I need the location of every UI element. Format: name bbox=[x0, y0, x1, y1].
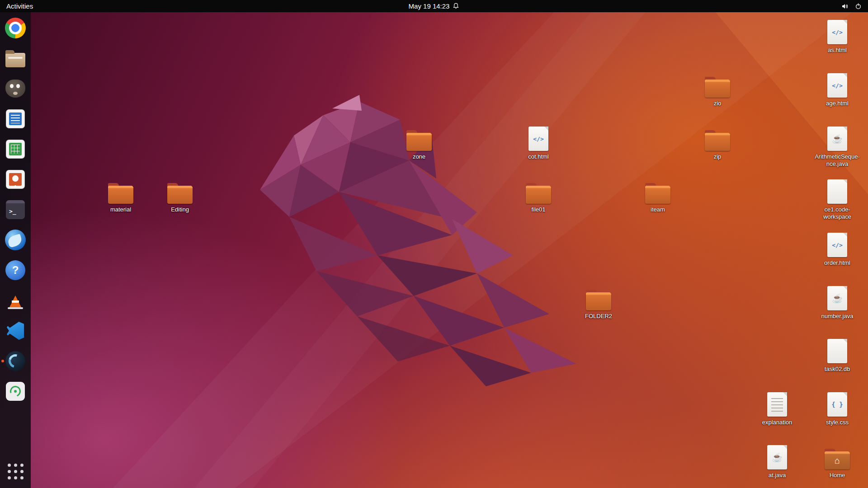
desktop-icon-zip[interactable]: zip bbox=[691, 125, 744, 160]
notification-bell-icon bbox=[453, 3, 459, 9]
code-glyph: </> bbox=[832, 242, 842, 249]
desktop-icon-label: ce1.code-workspace bbox=[812, 206, 863, 220]
java-cup-glyph: ☕ bbox=[832, 135, 843, 143]
clock-button[interactable]: May 19 14:23 bbox=[409, 2, 460, 10]
desktop-icon-as-html[interactable]: </> as.html bbox=[811, 18, 863, 54]
java-file-icon: ☕ bbox=[767, 445, 787, 469]
dock-item-gimp[interactable] bbox=[3, 76, 28, 101]
dock-item-dark-swirl-app[interactable] bbox=[3, 349, 28, 373]
desktop-icon-order-html[interactable]: </> order.html bbox=[811, 231, 863, 267]
dock-item-software-center[interactable] bbox=[3, 379, 28, 404]
desktop-icon-ce1-code-workspace[interactable]: ce1.code-workspace bbox=[811, 178, 863, 220]
folder-icon bbox=[167, 186, 193, 204]
folder-icon bbox=[645, 186, 670, 204]
java-cup-glyph: ☕ bbox=[832, 294, 843, 303]
desktop-icon-cot-html[interactable]: </> cot.html bbox=[512, 125, 565, 160]
dock: >_ ? bbox=[0, 12, 31, 488]
show-applications-icon bbox=[8, 464, 24, 479]
dock-item-thunderbird[interactable] bbox=[3, 228, 28, 252]
desktop-icon-label: number.java bbox=[821, 313, 854, 320]
desktop-icon-home[interactable]: ⌂ Home bbox=[811, 443, 863, 479]
libreoffice-impress-icon bbox=[6, 170, 25, 189]
desktop-icon-label: style.css bbox=[826, 419, 849, 426]
html-file-icon: </> bbox=[827, 233, 847, 257]
volume-icon bbox=[841, 3, 849, 10]
dock-item-files[interactable] bbox=[3, 46, 28, 70]
desktop-icon-folder2[interactable]: FOLDER2 bbox=[572, 284, 625, 320]
folder-icon bbox=[705, 80, 730, 98]
desktop-icon-editing[interactable]: Editing bbox=[154, 178, 206, 213]
files-icon bbox=[5, 53, 25, 67]
folder-icon bbox=[406, 133, 432, 151]
folder-icon bbox=[705, 133, 730, 151]
dock-item-vscode[interactable] bbox=[3, 319, 28, 343]
dock-item-help[interactable]: ? bbox=[3, 258, 28, 282]
desktop-icon-age-html[interactable]: </> age.html bbox=[811, 71, 863, 107]
folder-icon bbox=[526, 186, 551, 204]
system-status-area[interactable] bbox=[841, 0, 868, 12]
desktop-icon-label: zone bbox=[413, 153, 425, 160]
dock-item-libreoffice-calc[interactable] bbox=[3, 137, 28, 161]
dock-item-libreoffice-writer[interactable] bbox=[3, 107, 28, 131]
desktop-icon-material[interactable]: material bbox=[94, 178, 147, 213]
top-bar: Activities May 19 14:23 bbox=[0, 0, 868, 12]
top-bar-left: Activities bbox=[0, 0, 39, 12]
desktop-icon-label: zio bbox=[714, 100, 722, 107]
java-file-icon: ☕ bbox=[827, 286, 847, 310]
clock-text: May 19 14:23 bbox=[409, 2, 450, 10]
desktop-icon-label: ArithmeticSeque-nce.java bbox=[812, 153, 863, 167]
gimp-icon bbox=[5, 80, 25, 98]
desktop-icon-label: cot.html bbox=[528, 153, 549, 160]
terminal-icon: >_ bbox=[6, 200, 25, 219]
house-glyph: ⌂ bbox=[835, 456, 840, 465]
help-question-glyph: ? bbox=[12, 264, 19, 277]
vscode-icon bbox=[7, 322, 24, 340]
css-file-icon: { } bbox=[827, 392, 847, 417]
desktop-icon-number-java[interactable]: ☕ number.java bbox=[811, 284, 863, 320]
home-folder-icon: ⌂ bbox=[825, 451, 850, 469]
desktop-icon-label: Editing bbox=[171, 206, 189, 213]
desktop-icon-label: FOLDER2 bbox=[585, 313, 612, 320]
software-center-icon bbox=[6, 382, 25, 401]
desktop-icon-file01[interactable]: file01 bbox=[512, 178, 565, 213]
dark-swirl-app-icon bbox=[5, 351, 25, 371]
desktop-icon-arithmeticsequence-java[interactable]: ☕ ArithmeticSeque-nce.java bbox=[811, 125, 863, 167]
libreoffice-calc-icon bbox=[6, 140, 25, 159]
desktop-icon-zone[interactable]: zone bbox=[393, 125, 445, 160]
thunderbird-icon bbox=[5, 230, 26, 250]
html-file-icon: </> bbox=[827, 20, 847, 44]
file-icon bbox=[827, 339, 847, 363]
desktop-icon-label: age.html bbox=[826, 100, 849, 107]
vlc-cone bbox=[9, 296, 22, 308]
desktop-icon-label: file01 bbox=[531, 206, 545, 213]
chrome-icon bbox=[5, 18, 26, 38]
dock-item-vlc[interactable] bbox=[3, 288, 28, 313]
desktop-icon-label: zip bbox=[714, 153, 722, 160]
java-cup-glyph: ☕ bbox=[772, 453, 783, 462]
folder-icon bbox=[108, 186, 133, 204]
help-icon: ? bbox=[5, 260, 25, 280]
desktop-icon-at-java[interactable]: ☕ at.java bbox=[751, 443, 803, 479]
code-glyph: </> bbox=[832, 82, 842, 89]
desktop-icon-label: at.java bbox=[769, 472, 786, 479]
libreoffice-writer-icon bbox=[6, 109, 25, 128]
desktop-icon-iteam[interactable]: iteam bbox=[632, 178, 684, 213]
desktop-icon-label: explanation bbox=[762, 419, 793, 426]
dock-item-chrome[interactable] bbox=[3, 16, 28, 40]
show-applications-button[interactable] bbox=[3, 459, 28, 483]
file-icon bbox=[827, 179, 847, 204]
desktop-icon-zio[interactable]: zio bbox=[691, 71, 744, 107]
folder-icon bbox=[586, 292, 611, 310]
braces-glyph: { } bbox=[831, 401, 843, 408]
dock-item-libreoffice-impress[interactable] bbox=[3, 167, 28, 192]
html-file-icon: </> bbox=[827, 73, 847, 98]
activities-button[interactable]: Activities bbox=[0, 0, 39, 12]
code-glyph: </> bbox=[832, 29, 842, 36]
desktop-icon-explanation[interactable]: explanation bbox=[751, 390, 803, 426]
desktop-icon-style-css[interactable]: { } style.css bbox=[811, 390, 863, 426]
desktop-icon-label: iteam bbox=[651, 206, 665, 213]
dock-item-terminal[interactable]: >_ bbox=[3, 197, 28, 222]
desktop-icon-task02-db[interactable]: task02.db bbox=[811, 337, 863, 373]
desktop-icon-label: task02.db bbox=[825, 366, 850, 373]
desktop-icon-label: material bbox=[110, 206, 131, 213]
